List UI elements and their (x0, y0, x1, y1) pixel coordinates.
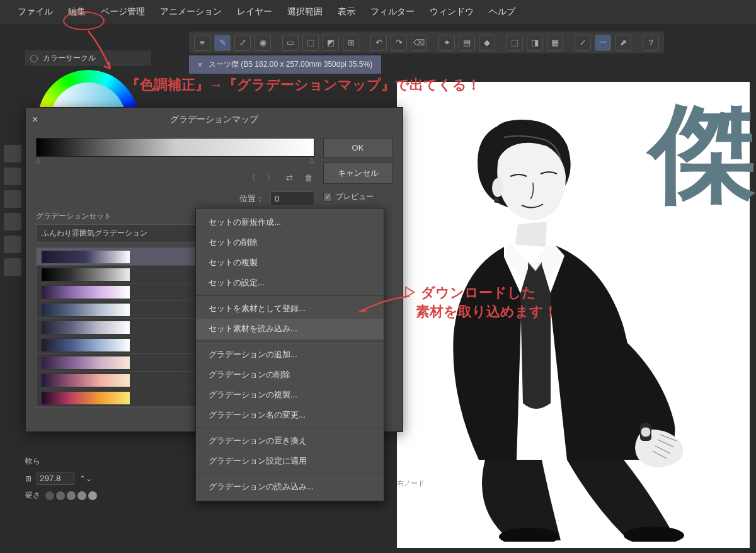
grad-prev-icon[interactable]: 〈 (245, 171, 258, 184)
gradient-set-name: ふんわり雰囲気グラデーション (42, 228, 147, 239)
context-menu-item[interactable]: グラデーションの複製... (196, 385, 384, 405)
menu-anim[interactable]: アニメーション (160, 6, 222, 18)
toolbar-redo-icon[interactable]: ↷ (391, 35, 407, 51)
grad-next-icon[interactable]: 〉 (264, 171, 277, 184)
artwork-figure (410, 107, 737, 542)
gradient-swatch (42, 268, 130, 281)
chevron-updown-icon[interactable]: ⌃⌄ (79, 474, 92, 483)
context-menu-item[interactable]: グラデーションの置き換え (196, 431, 384, 451)
menu-separator (196, 295, 384, 296)
hardness-dot[interactable] (88, 491, 97, 500)
ok-button[interactable]: OK (323, 138, 392, 157)
toolbar-edit-icon[interactable]: ✎ (214, 35, 231, 51)
toolbar-rect-icon[interactable]: ▭ (282, 35, 299, 51)
tool-eraser[interactable] (4, 145, 21, 162)
tool-smudge[interactable] (4, 258, 21, 276)
gradient-swatch (42, 304, 130, 316)
toolbar-invert-icon[interactable]: ◩ (323, 35, 339, 51)
context-menu-item[interactable]: セットの削除 (196, 232, 384, 253)
gradient-swatch (42, 339, 130, 351)
dialog-close-icon[interactable]: × (32, 114, 38, 125)
svg-point-1 (494, 198, 499, 203)
menu-layer[interactable]: レイヤー (237, 6, 272, 18)
context-menu-item[interactable]: セットの複製 (196, 253, 384, 273)
context-menu-item[interactable]: グラデーションの追加... (196, 345, 384, 365)
toolbar-deselect-icon[interactable]: ⬚ (302, 35, 319, 51)
menu-page[interactable]: ページ管理 (101, 6, 145, 18)
tool-blend[interactable] (4, 213, 21, 231)
toolbar-expand-icon[interactable]: ⊞ (343, 35, 359, 51)
check-icon: ✓ (323, 193, 332, 202)
cancel-button[interactable]: キャンセル (323, 162, 392, 184)
toolbar-pick-icon[interactable]: ⬈ (615, 35, 631, 51)
menu-select[interactable]: 選択範囲 (287, 6, 323, 18)
menu-edit[interactable]: 編集 (68, 6, 86, 18)
context-menu-item[interactable]: セットの設定... (196, 273, 384, 293)
svg-point-3 (641, 427, 651, 437)
hardness-dot[interactable] (77, 491, 86, 500)
toolbar-swirl-icon[interactable]: ◉ (255, 35, 271, 51)
menu-filter[interactable]: フィルター (370, 6, 415, 18)
tool-brush[interactable] (4, 190, 21, 208)
grad-marker-right[interactable]: △ (309, 157, 314, 164)
toolbar-diamond-icon[interactable]: ◆ (479, 35, 495, 51)
toolbar-erase-icon[interactable]: ⌫ (411, 35, 427, 51)
gradient-swatch (42, 374, 130, 387)
position-input[interactable] (270, 191, 314, 206)
context-menu-item[interactable]: セット素材を読み込み... (196, 319, 384, 339)
close-tab-icon[interactable]: × (198, 60, 202, 69)
toolbar-layer-icon[interactable]: ▤ (459, 35, 475, 51)
context-menu-item[interactable]: グラデーションの読み込み... (196, 477, 384, 497)
preview-label: プレビュー (336, 191, 374, 202)
context-menu: セットの新規作成...セットの削除セットの複製セットの設定...セットを素材とし… (195, 208, 384, 501)
tool-pen[interactable] (4, 168, 21, 185)
plus-icon[interactable]: ⊞ (25, 474, 32, 483)
context-menu-item[interactable]: グラデーションの削除 (196, 365, 384, 385)
context-menu-item[interactable]: グラデーション名の変更... (196, 405, 384, 425)
toolbar-menu-icon[interactable]: ≡ (194, 35, 210, 51)
menu-file[interactable]: ファイル (18, 6, 53, 18)
soft-label: 軟ら (25, 456, 40, 467)
brush-properties: 軟ら ⊞⌃⌄ 硬さ (25, 453, 176, 503)
tool-strip (0, 145, 25, 276)
toolbar-marquee-icon[interactable]: ⬚ (507, 35, 523, 51)
menu-view[interactable]: 表示 (338, 6, 355, 18)
gradient-swatch (42, 356, 130, 369)
toolbar-brush-icon[interactable]: 〰 (595, 35, 611, 51)
dialog-title: グラデーションマップ (170, 114, 258, 124)
brush-size-input[interactable] (37, 472, 74, 485)
toolbar-grid-icon[interactable]: ▦ (547, 35, 563, 51)
svg-point-0 (492, 178, 503, 197)
menu-help[interactable]: ヘルプ (489, 6, 515, 18)
toolbar-scale-icon[interactable]: ⤢ (234, 35, 251, 51)
grad-delete-icon[interactable]: 🗑 (302, 171, 314, 184)
context-menu-item[interactable]: セットの新規作成... (196, 212, 384, 232)
toolbar-spark-icon[interactable]: ✦ (438, 35, 455, 51)
hardness-dot[interactable] (56, 491, 65, 500)
hardness-dot[interactable] (45, 491, 54, 500)
menu-window[interactable]: ウィンドウ (430, 6, 474, 18)
context-menu-item[interactable]: セットを素材として登録... (196, 299, 384, 319)
menu-separator (196, 474, 384, 474)
gradient-swatch (42, 251, 130, 263)
toolbar-help-icon[interactable]: ? (643, 35, 659, 51)
canvas[interactable]: 傑 (397, 82, 750, 548)
toolbar-undo-icon[interactable]: ↶ (370, 35, 387, 51)
hardness-dot[interactable] (67, 491, 76, 500)
grad-marker-left[interactable]: △ (36, 157, 41, 164)
preview-checkbox[interactable]: ✓ プレビュー (323, 191, 392, 202)
grad-reverse-icon[interactable]: ⇄ (283, 171, 295, 184)
hardness-label: 硬さ (25, 490, 40, 501)
gradient-swatch (42, 321, 130, 334)
toolbar-check-icon[interactable]: ✓ (575, 35, 591, 51)
context-menu-item[interactable]: グラデーション設定に適用 (196, 451, 384, 471)
tool-fill[interactable] (4, 236, 21, 253)
gradient-preview-bar[interactable] (36, 138, 314, 157)
gradient-swatch (42, 286, 130, 299)
gradient-swatch (42, 392, 130, 404)
toolbar-contrast-icon[interactable]: ◨ (527, 35, 543, 51)
color-indicator-icon (30, 55, 38, 62)
document-tab[interactable]: × スーツ傑 (B5 182.00 x 257.00mm 350dpi 35.5… (189, 55, 381, 74)
color-panel-title: カラーサークル (43, 53, 96, 64)
menu-separator (196, 341, 384, 342)
